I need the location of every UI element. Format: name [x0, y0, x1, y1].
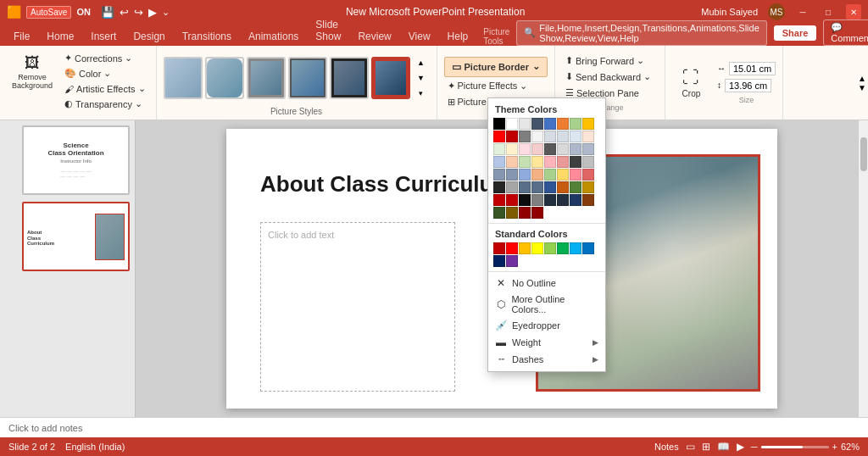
styles-more-icon[interactable]: ▾: [419, 89, 423, 97]
color-swatch[interactable]: [544, 242, 556, 254]
height-value[interactable]: 13.96 cm: [725, 79, 771, 92]
color-swatch[interactable]: [493, 131, 505, 142]
color-swatch[interactable]: [519, 169, 531, 181]
color-swatch[interactable]: [544, 118, 556, 130]
zoom-in-icon[interactable]: +: [832, 442, 837, 452]
color-swatch[interactable]: [519, 118, 531, 130]
color-swatch[interactable]: [493, 255, 505, 267]
tab-help[interactable]: Help: [439, 27, 477, 46]
tab-view[interactable]: View: [400, 27, 439, 46]
color-swatch[interactable]: [582, 156, 594, 168]
autosave-state[interactable]: ON: [76, 7, 91, 17]
color-swatch[interactable]: [531, 194, 543, 206]
color-swatch[interactable]: [582, 169, 594, 181]
slide-textbox[interactable]: Click to add text: [260, 222, 455, 392]
color-swatch[interactable]: [506, 143, 518, 155]
color-swatch[interactable]: [557, 143, 569, 155]
color-swatch[interactable]: [570, 156, 581, 168]
color-swatch[interactable]: [582, 143, 594, 155]
color-swatch[interactable]: [519, 242, 531, 254]
width-value[interactable]: 15.01 cm: [729, 62, 776, 75]
eyedropper-item[interactable]: 💉 Eyedropper: [488, 317, 605, 334]
style-3[interactable]: [247, 57, 286, 99]
color-button[interactable]: 🎨 Color ⌄: [61, 66, 148, 81]
color-swatch[interactable]: [506, 207, 518, 219]
styles-scroll[interactable]: ▲ ▼ ▾: [413, 57, 430, 99]
color-swatch[interactable]: [493, 156, 505, 168]
tab-file[interactable]: File: [5, 27, 38, 46]
color-swatch[interactable]: [544, 156, 556, 168]
color-swatch[interactable]: [519, 207, 531, 219]
color-swatch[interactable]: [570, 131, 581, 142]
color-swatch[interactable]: [506, 156, 518, 168]
remove-background-button[interactable]: 🖼 RemoveBackground: [7, 51, 58, 94]
slide-title[interactable]: About Class Curriculum: [260, 171, 513, 197]
color-swatch[interactable]: [531, 181, 543, 193]
close-button[interactable]: ✕: [846, 4, 861, 19]
reading-view-icon[interactable]: 📖: [717, 441, 730, 453]
color-swatch[interactable]: [493, 242, 505, 254]
share-button[interactable]: Share: [774, 25, 817, 41]
maximize-button[interactable]: □: [821, 4, 836, 19]
color-swatch[interactable]: [531, 242, 543, 254]
comments-button[interactable]: 💬 Comments: [823, 19, 868, 46]
color-swatch[interactable]: [531, 169, 543, 181]
color-swatch[interactable]: [519, 194, 531, 206]
notes-button[interactable]: Notes: [654, 442, 679, 452]
tab-review[interactable]: Review: [349, 27, 399, 46]
color-swatch[interactable]: [531, 156, 543, 168]
bring-forward-button[interactable]: ⬆ Bring Forward ⌄: [562, 53, 658, 68]
zoom-out-icon[interactable]: ─: [751, 442, 758, 452]
color-swatch[interactable]: [519, 156, 531, 168]
color-swatch[interactable]: [493, 143, 505, 155]
color-swatch[interactable]: [506, 255, 518, 267]
color-swatch[interactable]: [544, 181, 556, 193]
search-box[interactable]: 🔍 File,Home,Insert,Design,Transitions,An…: [516, 20, 766, 46]
color-swatch[interactable]: [557, 118, 569, 130]
presenter-view-icon[interactable]: ▶: [737, 441, 744, 453]
color-swatch[interactable]: [557, 131, 569, 142]
styles-up-icon[interactable]: ▲: [417, 58, 425, 67]
color-swatch[interactable]: [544, 131, 556, 142]
color-swatch[interactable]: [493, 194, 505, 206]
tab-transitions[interactable]: Transitions: [174, 27, 240, 46]
artistic-effects-button[interactable]: 🖌 Artistic Effects ⌄: [61, 81, 148, 96]
tab-animations[interactable]: Animations: [240, 27, 307, 46]
slide-sorter-icon[interactable]: ⊞: [702, 441, 710, 453]
tab-design[interactable]: Design: [125, 27, 173, 46]
color-swatch[interactable]: [531, 131, 543, 142]
color-swatch[interactable]: [531, 118, 543, 130]
color-swatch[interactable]: [544, 169, 556, 181]
present-icon[interactable]: ▶: [148, 6, 157, 19]
style-4[interactable]: [288, 57, 327, 99]
color-swatch[interactable]: [531, 207, 543, 219]
color-swatch[interactable]: [493, 181, 505, 193]
crop-button[interactable]: ⛶ Crop: [672, 64, 710, 102]
no-outline-item[interactable]: ✕ No Outline: [488, 275, 605, 292]
ribbon-scroll-up[interactable]: ▲: [858, 74, 866, 83]
color-swatch[interactable]: [506, 131, 518, 142]
color-swatch[interactable]: [519, 181, 531, 193]
color-swatch[interactable]: [582, 131, 594, 142]
color-swatch[interactable]: [506, 169, 518, 181]
style-1[interactable]: [164, 57, 203, 99]
color-swatch[interactable]: [557, 242, 569, 254]
color-swatch[interactable]: [570, 169, 581, 181]
redo-icon[interactable]: ↪: [134, 6, 143, 19]
color-swatch[interactable]: [493, 118, 505, 130]
weight-item[interactable]: ▬ Weight ▶: [488, 334, 605, 351]
more-outline-item[interactable]: ⬡ More Outline Colors...: [488, 292, 605, 317]
style-6[interactable]: [371, 57, 410, 99]
color-swatch[interactable]: [557, 169, 569, 181]
color-swatch[interactable]: [544, 143, 556, 155]
color-swatch[interactable]: [557, 181, 569, 193]
slide-thumb-2[interactable]: AboutClassCurriculum: [22, 202, 130, 271]
color-swatch[interactable]: [570, 194, 581, 206]
notes-bar[interactable]: Click to add notes: [0, 417, 868, 437]
corrections-button[interactable]: ✦ Corrections ⌄: [61, 51, 148, 65]
color-swatch[interactable]: [557, 156, 569, 168]
picture-border-button[interactable]: ▭ Picture Border ⌄: [444, 57, 548, 77]
slide-thumb-1[interactable]: ScienceClass Orientation Instructor Info…: [22, 125, 130, 195]
color-swatch[interactable]: [493, 169, 505, 181]
save-icon[interactable]: 💾: [101, 6, 114, 19]
